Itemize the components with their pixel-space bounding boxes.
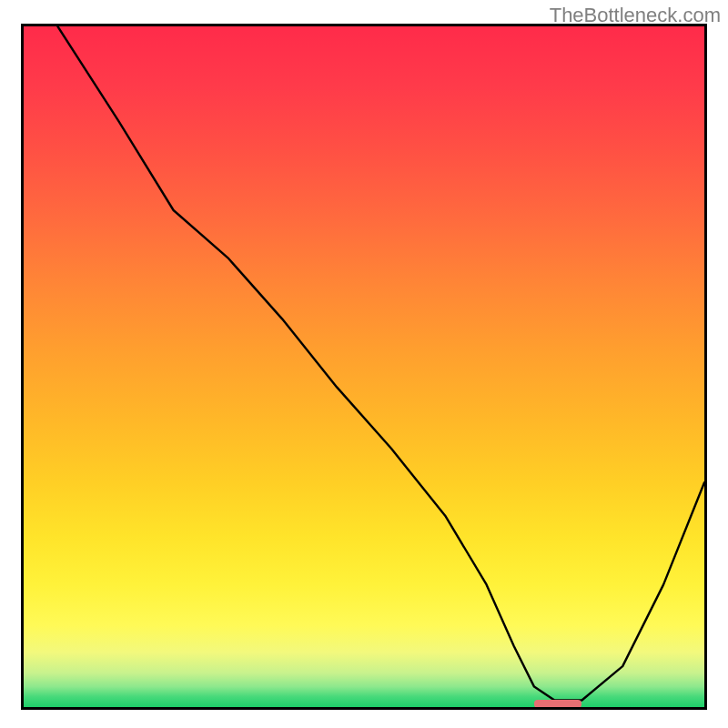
chart-container: TheBottleneck.com bbox=[0, 0, 728, 728]
watermark-text: TheBottleneck.com bbox=[550, 4, 721, 27]
bottleneck-curve bbox=[24, 26, 704, 707]
plot-frame bbox=[21, 24, 707, 710]
optimal-marker bbox=[534, 700, 581, 708]
